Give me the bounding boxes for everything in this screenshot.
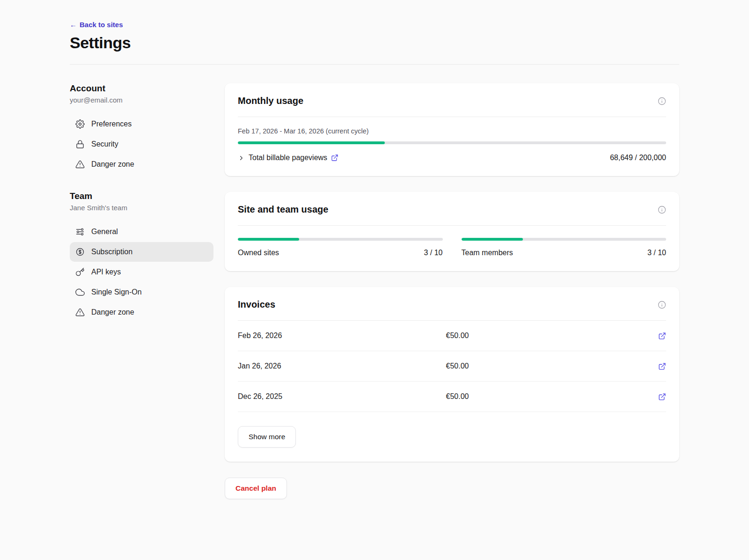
invoice-amount: €50.00 (446, 332, 654, 340)
invoices-title: Invoices (238, 299, 275, 310)
sidebar-item-label: General (91, 228, 118, 236)
external-link-icon[interactable] (658, 332, 666, 340)
pageviews-progress-bar (238, 141, 666, 144)
back-link-label: Back to sites (80, 21, 123, 29)
team-members-meter: Team members 3 / 10 (462, 238, 667, 257)
sidebar-item-danger-zone-team[interactable]: Danger zone (70, 302, 213, 322)
invoice-date: Feb 26, 2026 (238, 332, 446, 340)
sidebar-item-danger-zone-account[interactable]: Danger zone (70, 155, 213, 174)
sidebar-item-single-sign-on[interactable]: Single Sign-On (70, 282, 213, 302)
sidebar-item-preferences[interactable]: Preferences (70, 114, 213, 134)
sidebar-item-label: Preferences (91, 120, 132, 128)
sidebar-item-label: Single Sign-On (91, 288, 142, 296)
external-link-icon[interactable] (658, 362, 666, 370)
sidebar-item-subscription[interactable]: Subscription (70, 242, 213, 262)
sidebar-item-label: Danger zone (91, 308, 134, 317)
pageviews-expand-toggle[interactable]: Total billable pageviews (238, 154, 338, 162)
info-icon[interactable] (658, 206, 666, 214)
sidebar-item-security[interactable]: Security (70, 134, 213, 154)
team-members-value: 3 / 10 (647, 249, 666, 257)
owned-sites-progress-fill (238, 238, 299, 241)
external-link-icon[interactable] (331, 154, 338, 162)
pageviews-progress-fill (238, 141, 385, 144)
sidebar-group-team: Team Jane Smith's team General Subscript… (70, 191, 213, 322)
owned-sites-progress-bar (238, 238, 443, 241)
cloud-icon (75, 287, 85, 297)
account-email: your@email.com (70, 96, 213, 104)
invoice-amount: €50.00 (446, 362, 654, 370)
key-icon (75, 267, 85, 277)
header-divider (70, 64, 679, 65)
sliders-icon (75, 227, 85, 236)
back-to-sites-link[interactable]: ← Back to sites (70, 21, 123, 29)
owned-sites-meter: Owned sites 3 / 10 (238, 238, 443, 257)
sidebar-item-label: Danger zone (91, 160, 134, 169)
monthly-usage-title: Monthly usage (238, 96, 303, 106)
lock-icon (75, 140, 85, 149)
pageviews-label: Total billable pageviews (249, 154, 327, 162)
sidebar-item-label: Security (91, 140, 118, 148)
site-team-usage-card: Site and team usage Owned sites 3 / 10 (225, 192, 679, 271)
invoice-row: Jan 26, 2026 €50.00 (238, 351, 666, 382)
external-link-icon[interactable] (658, 393, 666, 401)
warning-icon (75, 160, 85, 169)
pageviews-usage-row: Total billable pageviews 68,649 / 200,00… (238, 154, 666, 162)
monthly-usage-card: Monthly usage Feb 17, 2026 - Mar 16, 202… (225, 83, 679, 176)
info-icon[interactable] (658, 97, 666, 105)
settings-main: Monthly usage Feb 17, 2026 - Mar 16, 202… (225, 83, 679, 499)
site-team-usage-title: Site and team usage (238, 204, 328, 215)
chevron-right-icon (238, 155, 245, 162)
card-divider (238, 117, 666, 117)
back-arrow-icon: ← (70, 21, 77, 29)
sidebar-heading-team: Team (70, 191, 213, 201)
dollar-circle-icon (75, 247, 85, 257)
team-members-progress-fill (462, 238, 523, 241)
invoice-date: Jan 26, 2026 (238, 362, 446, 370)
gear-icon (75, 119, 85, 129)
info-icon[interactable] (658, 301, 666, 309)
owned-sites-value: 3 / 10 (424, 249, 442, 257)
invoice-row: Dec 26, 2025 €50.00 (238, 382, 666, 412)
invoices-card: Invoices Feb 26, 2026 €50.00 Jan 26, 202… (225, 287, 679, 462)
owned-sites-label: Owned sites (238, 249, 279, 257)
sidebar-heading-account: Account (70, 83, 213, 94)
card-divider (238, 225, 666, 226)
team-name: Jane Smith's team (70, 204, 213, 212)
sidebar-item-label: API keys (91, 268, 121, 276)
invoice-row: Feb 26, 2026 €50.00 (238, 321, 666, 351)
settings-sidebar: Account your@email.com Preferences Secur… (70, 83, 213, 499)
sidebar-item-general[interactable]: General (70, 222, 213, 242)
billing-cycle-label: Feb 17, 2026 - Mar 16, 2026 (current cyc… (238, 127, 666, 135)
warning-icon (75, 308, 85, 317)
page-title: Settings (70, 34, 679, 52)
cancel-plan-button[interactable]: Cancel plan (225, 478, 287, 499)
team-members-progress-bar (462, 238, 667, 241)
show-more-button[interactable]: Show more (238, 426, 296, 448)
sidebar-group-account: Account your@email.com Preferences Secur… (70, 83, 213, 174)
sidebar-item-label: Subscription (91, 248, 132, 256)
sidebar-item-api-keys[interactable]: API keys (70, 262, 213, 282)
invoice-date: Dec 26, 2025 (238, 392, 446, 401)
invoice-amount: €50.00 (446, 392, 654, 401)
settings-page: ← Back to sites Settings Account your@em… (70, 0, 679, 527)
team-members-label: Team members (462, 249, 513, 257)
pageviews-value: 68,649 / 200,000 (610, 154, 666, 162)
